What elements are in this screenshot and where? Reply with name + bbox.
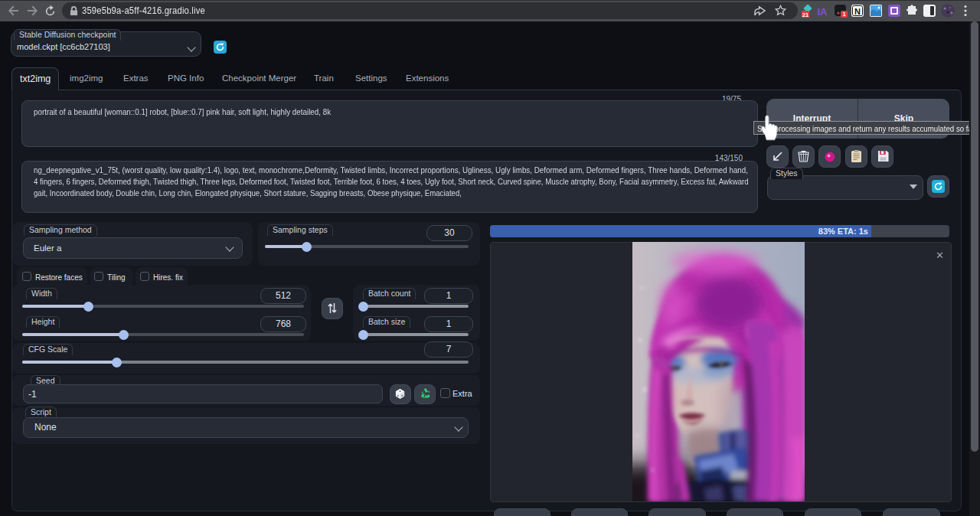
svg-text:N: N	[854, 7, 861, 16]
svg-text:IA: IA	[818, 6, 828, 18]
svg-text:1: 1	[842, 11, 845, 18]
svg-text:21: 21	[802, 11, 808, 18]
